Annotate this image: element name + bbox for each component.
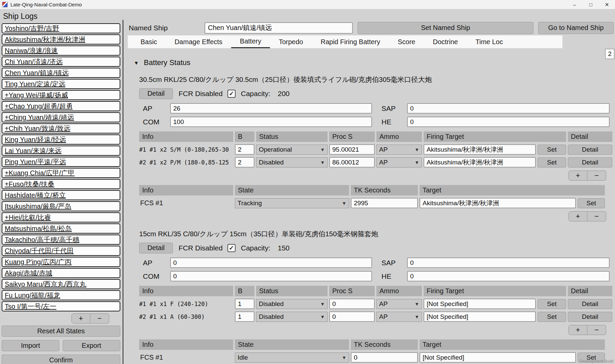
fcs-target-input[interactable]	[420, 352, 576, 363]
ship-log-item[interactable]: Saikyo Maru/西京丸/西京丸	[2, 279, 120, 289]
ammo-dropdown[interactable]: AP ▼	[376, 312, 422, 322]
ship-log-item[interactable]: Kuang P'ing/広丙/广丙	[2, 257, 120, 267]
ammo-dropdown[interactable]: AP ▼	[376, 145, 422, 155]
ship-log-item[interactable]: Itsukushima/厳島/严岛	[2, 201, 120, 211]
fcr-disabled-checkbox[interactable]: ✓	[227, 90, 236, 98]
add-gun-button[interactable]: +	[568, 325, 587, 335]
firing-target-input[interactable]	[424, 311, 536, 322]
fcr-disabled-checkbox[interactable]: ✓	[227, 244, 236, 252]
import-button[interactable]: Import	[2, 340, 59, 351]
ship-log-item[interactable]: Hashidate/橋立/桥立	[2, 190, 120, 200]
fcs-state-dropdown[interactable]: Tracking ▼	[235, 198, 349, 208]
ship-log-item[interactable]: Ping Yuen/平遠/平远	[2, 157, 120, 167]
add-fcs-button[interactable]: +	[568, 211, 587, 221]
ammo-dropdown[interactable]: AP ▼	[376, 299, 422, 309]
ship-log-item[interactable]: Akagi/赤城/赤城	[2, 268, 120, 278]
proc-s-input[interactable]	[329, 157, 375, 168]
confirm-button[interactable]: Confirm	[2, 355, 120, 364]
gun-detail-button[interactable]: Detail	[568, 299, 612, 309]
minimize-icon[interactable]: –	[566, 0, 583, 9]
tab-basic[interactable]: Basic	[132, 35, 166, 48]
ship-log-item[interactable]: Matsushima/松島/松岛	[2, 223, 120, 234]
remove-ship-button[interactable]: −	[90, 313, 109, 324]
tab-score[interactable]: Score	[389, 35, 424, 48]
fcs-target-input[interactable]	[420, 198, 576, 208]
close-icon[interactable]: ✕	[599, 0, 615, 9]
ship-log-item[interactable]: Chi Yuan/済遠/济远	[2, 57, 120, 67]
set-target-button[interactable]: Set	[537, 312, 566, 322]
ship-log-item[interactable]: Akitsushima/秋津洲/秋津洲	[2, 34, 120, 44]
com-input[interactable]	[170, 271, 372, 281]
maximize-icon[interactable]: □	[583, 0, 599, 9]
barrels-input[interactable]	[235, 157, 254, 168]
status-dropdown[interactable]: Disabled ▼	[256, 312, 328, 322]
add-gun-button[interactable]: +	[568, 171, 587, 181]
tab-time-loc[interactable]: Time Loc	[467, 35, 512, 48]
firing-target-input[interactable]	[424, 299, 536, 309]
ship-log-item[interactable]: +Fuso/扶桑/扶桑	[2, 179, 120, 189]
tab-rapid-firing-battery[interactable]: Rapid Firing Battery	[312, 35, 389, 48]
ap-input[interactable]	[170, 103, 372, 114]
ship-log-item[interactable]: Yoshino/吉野/吉野	[2, 23, 120, 33]
remove-gun-button[interactable]: −	[587, 171, 606, 181]
ship-log-item[interactable]: King Yuan/経遠/经远	[2, 134, 120, 145]
ship-log-item[interactable]: Chiyoda/千代田/千代田	[2, 246, 120, 256]
tk-seconds-input[interactable]	[351, 352, 418, 363]
gun-detail-button[interactable]: Detail	[568, 145, 612, 155]
sap-input[interactable]	[407, 103, 610, 114]
battery-status-section-header[interactable]: ▼ Battery Status	[134, 58, 614, 67]
ship-log-item[interactable]: Chen Yuan/鎮遠/镇远	[2, 68, 120, 78]
ship-log-item[interactable]: +Ching Yuan/靖遠/靖远	[2, 112, 120, 122]
ship-log-item[interactable]: Naniwa/浪速/浪速	[2, 46, 120, 56]
status-dropdown[interactable]: Disabled ▼	[256, 299, 328, 309]
ship-log-item[interactable]: Ting Yuen/定遠/定远	[2, 79, 120, 89]
status-dropdown[interactable]: Disabled ▼	[256, 157, 328, 168]
ship-log-item[interactable]: Lai Yuan/来遠/来远	[2, 146, 120, 156]
remove-fcs-button[interactable]: −	[587, 211, 606, 221]
ammo-dropdown[interactable]: AP ▼	[376, 157, 422, 168]
battery-detail-button[interactable]: Detail	[139, 88, 173, 99]
ship-log-item[interactable]: Tso I/第一号/左一	[2, 301, 120, 311]
status-dropdown[interactable]: Operational ▼	[256, 145, 328, 155]
named-ship-input[interactable]	[205, 22, 353, 34]
tab-doctrine[interactable]: Doctrine	[424, 35, 466, 48]
proc-s-input[interactable]	[329, 311, 375, 322]
remove-gun-button[interactable]: −	[587, 325, 606, 335]
add-ship-button[interactable]: +	[71, 313, 90, 324]
go-to-named-ship-button[interactable]: Go to Named Ship	[538, 22, 614, 34]
battery-detail-button[interactable]: Detail	[139, 243, 173, 253]
ship-log-item[interactable]: +Kuang Chia/広甲/广甲	[2, 168, 120, 178]
tab-damage-effects[interactable]: Damage Effects	[166, 35, 231, 48]
ship-log-item[interactable]: Fu Lung/福龍/福龙	[2, 290, 120, 300]
com-input[interactable]	[170, 117, 372, 127]
ship-log-item[interactable]: +Chao Yung/超勇/超勇	[2, 101, 120, 111]
barrels-input[interactable]	[235, 299, 254, 309]
gun-detail-button[interactable]: Detail	[568, 157, 612, 168]
set-target-button[interactable]: Set	[537, 157, 566, 168]
gun-detail-button[interactable]: Detail	[568, 312, 612, 322]
fcs-state-dropdown[interactable]: Idle ▼	[235, 353, 349, 363]
barrels-input[interactable]	[235, 144, 254, 155]
set-named-ship-button[interactable]: Set Named Ship	[358, 22, 533, 34]
ship-log-item[interactable]: Takachiho/高千穂/高千穗	[2, 235, 120, 245]
sap-input[interactable]	[407, 257, 610, 268]
ap-input[interactable]	[170, 257, 372, 268]
he-input[interactable]	[407, 117, 610, 127]
barrels-input[interactable]	[235, 311, 254, 322]
he-input[interactable]	[407, 271, 610, 281]
tk-seconds-input[interactable]	[351, 198, 418, 208]
tab-battery[interactable]: Battery	[231, 35, 270, 48]
firing-target-input[interactable]	[424, 157, 536, 168]
ship-log-item[interactable]: +Chih Yuan/致遠/致远	[2, 123, 120, 133]
firing-target-input[interactable]	[424, 144, 536, 155]
export-button[interactable]: Export	[63, 340, 120, 351]
fcs-set-button[interactable]: Set	[578, 198, 605, 208]
reset-all-states-button[interactable]: Reset All States	[2, 326, 120, 337]
proc-s-input[interactable]	[329, 299, 375, 309]
ship-log-item[interactable]: +Yang Wei/揚威/扬威	[2, 90, 120, 100]
tab-torpedo[interactable]: Torpedo	[270, 35, 312, 48]
proc-s-input[interactable]	[329, 144, 375, 155]
set-target-button[interactable]: Set	[537, 145, 566, 155]
ship-log-item[interactable]: +Hiei/比叡/比睿	[2, 212, 120, 222]
set-target-button[interactable]: Set	[537, 299, 566, 309]
